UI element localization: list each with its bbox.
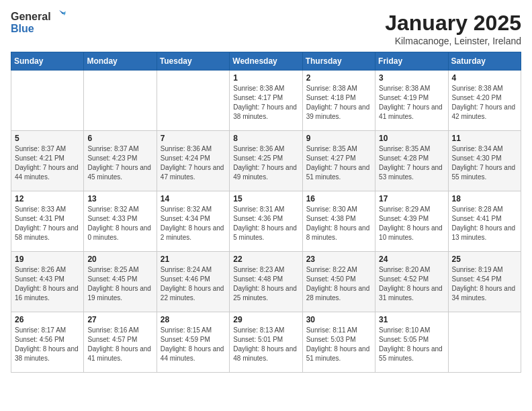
day-number: 11 [452, 134, 517, 143]
sunset: Sunset: 4:20 PM [452, 94, 502, 101]
daylight: Daylight: 8 hours and 5 minutes. [233, 224, 297, 241]
day-cell: 2 Sunrise: 8:38 AM Sunset: 4:18 PM Dayli… [302, 71, 375, 131]
week-row-5: 26 Sunrise: 8:17 AM Sunset: 4:56 PM Dayl… [11, 312, 521, 373]
day-info: Sunrise: 8:34 AM Sunset: 4:30 PM Dayligh… [452, 144, 517, 182]
sunrise: Sunrise: 8:26 AM [15, 266, 66, 273]
day-info: Sunrise: 8:38 AM Sunset: 4:17 PM Dayligh… [233, 84, 298, 122]
day-number: 8 [233, 134, 298, 143]
daylight: Daylight: 8 hours and 13 minutes. [452, 224, 516, 241]
day-info: Sunrise: 8:37 AM Sunset: 4:23 PM Dayligh… [87, 144, 152, 182]
sunrise: Sunrise: 8:23 AM [233, 266, 284, 273]
day-cell: 12 Sunrise: 8:33 AM Sunset: 4:31 PM Dayl… [11, 191, 84, 252]
logo-blue: Blue [11, 23, 66, 35]
day-cell: 8 Sunrise: 8:36 AM Sunset: 4:25 PM Dayli… [230, 131, 302, 191]
sunset: Sunset: 4:36 PM [233, 215, 283, 222]
day-number: 17 [379, 194, 444, 203]
day-cell: 29 Sunrise: 8:13 AM Sunset: 5:01 PM Dayl… [230, 312, 302, 373]
day-cell: 23 Sunrise: 8:22 AM Sunset: 4:50 PM Dayl… [302, 252, 375, 312]
sunrise: Sunrise: 8:11 AM [306, 326, 357, 334]
sunset: Sunset: 5:05 PM [379, 336, 429, 343]
sunset: Sunset: 4:24 PM [161, 154, 210, 162]
day-header-tuesday: Tuesday [157, 52, 229, 71]
sunset: Sunset: 4:38 PM [306, 215, 356, 222]
sunrise: Sunrise: 8:15 AM [161, 326, 212, 334]
daylight: Daylight: 7 hours and 41 minutes. [379, 103, 443, 120]
day-number: 4 [452, 73, 517, 83]
daylight: Daylight: 8 hours and 0 minutes. [87, 224, 151, 241]
sunrise: Sunrise: 8:17 AM [15, 326, 66, 334]
daylight: Daylight: 8 hours and 34 minutes. [452, 285, 516, 302]
day-info: Sunrise: 8:35 AM Sunset: 4:27 PM Dayligh… [306, 144, 371, 182]
day-number: 1 [233, 73, 298, 83]
daylight: Daylight: 7 hours and 45 minutes. [87, 164, 151, 181]
day-cell: 1 Sunrise: 8:38 AM Sunset: 4:17 PM Dayli… [230, 71, 302, 131]
svg-marker-1 [62, 11, 66, 15]
sunrise: Sunrise: 8:31 AM [233, 205, 284, 213]
day-number: 27 [87, 315, 152, 324]
day-cell: 31 Sunrise: 8:10 AM Sunset: 5:05 PM Dayl… [375, 312, 448, 373]
day-number: 22 [233, 255, 298, 264]
day-number: 18 [452, 194, 517, 203]
sunrise: Sunrise: 8:38 AM [306, 85, 357, 92]
day-cell: 27 Sunrise: 8:16 AM Sunset: 4:57 PM Dayl… [84, 312, 157, 373]
week-row-2: 5 Sunrise: 8:37 AM Sunset: 4:21 PM Dayli… [11, 131, 521, 191]
sunrise: Sunrise: 8:10 AM [379, 326, 430, 334]
day-info: Sunrise: 8:35 AM Sunset: 4:28 PM Dayligh… [379, 144, 444, 182]
day-cell: 24 Sunrise: 8:20 AM Sunset: 4:52 PM Dayl… [375, 252, 448, 312]
sunset: Sunset: 4:31 PM [15, 215, 64, 222]
day-info: Sunrise: 8:22 AM Sunset: 4:50 PM Dayligh… [306, 265, 371, 303]
day-cell: 26 Sunrise: 8:17 AM Sunset: 4:56 PM Dayl… [11, 312, 84, 373]
daylight: Daylight: 8 hours and 28 minutes. [306, 285, 370, 302]
day-info: Sunrise: 8:36 AM Sunset: 4:25 PM Dayligh… [233, 144, 298, 182]
sunset: Sunset: 4:30 PM [452, 154, 502, 162]
day-number: 10 [379, 134, 444, 143]
sunset: Sunset: 5:03 PM [306, 336, 356, 343]
daylight: Daylight: 7 hours and 49 minutes. [233, 164, 297, 181]
day-number: 31 [379, 315, 444, 324]
day-cell: 6 Sunrise: 8:37 AM Sunset: 4:23 PM Dayli… [84, 131, 157, 191]
day-cell: 5 Sunrise: 8:37 AM Sunset: 4:21 PM Dayli… [11, 131, 84, 191]
day-info: Sunrise: 8:13 AM Sunset: 5:01 PM Dayligh… [233, 326, 298, 363]
sunrise: Sunrise: 8:16 AM [87, 326, 138, 334]
page-header: General Blue January 2025 Kilmacanoge, L… [11, 11, 521, 46]
sunrise: Sunrise: 8:20 AM [379, 266, 430, 273]
daylight: Daylight: 8 hours and 8 minutes. [306, 224, 370, 241]
sunrise: Sunrise: 8:38 AM [233, 85, 284, 92]
week-row-4: 19 Sunrise: 8:26 AM Sunset: 4:43 PM Dayl… [11, 252, 521, 312]
sunset: Sunset: 4:17 PM [233, 94, 283, 101]
day-number: 3 [379, 73, 444, 83]
day-cell: 14 Sunrise: 8:32 AM Sunset: 4:34 PM Dayl… [157, 191, 229, 252]
day-info: Sunrise: 8:32 AM Sunset: 4:33 PM Dayligh… [87, 205, 152, 242]
logo-general: General [11, 11, 51, 23]
day-number: 5 [15, 134, 80, 143]
daylight: Daylight: 7 hours and 42 minutes. [452, 103, 516, 120]
month-title: January 2025 [385, 11, 521, 36]
daylight: Daylight: 7 hours and 51 minutes. [306, 164, 370, 181]
day-info: Sunrise: 8:25 AM Sunset: 4:45 PM Dayligh… [87, 265, 152, 303]
week-row-3: 12 Sunrise: 8:33 AM Sunset: 4:31 PM Dayl… [11, 191, 521, 252]
sunrise: Sunrise: 8:34 AM [452, 145, 503, 152]
sunset: Sunset: 4:39 PM [379, 215, 429, 222]
sunset: Sunset: 4:45 PM [87, 275, 137, 283]
day-number: 30 [306, 315, 371, 324]
sunrise: Sunrise: 8:37 AM [15, 145, 66, 152]
title-area: January 2025 Kilmacanoge, Leinster, Irel… [385, 11, 521, 46]
sunset: Sunset: 4:48 PM [233, 275, 283, 283]
day-header-monday: Monday [84, 52, 157, 71]
location: Kilmacanoge, Leinster, Ireland [385, 36, 521, 46]
daylight: Daylight: 8 hours and 44 minutes. [161, 345, 224, 362]
daylight: Daylight: 7 hours and 53 minutes. [379, 164, 443, 181]
day-info: Sunrise: 8:28 AM Sunset: 4:41 PM Dayligh… [452, 205, 517, 242]
day-cell: 19 Sunrise: 8:26 AM Sunset: 4:43 PM Dayl… [11, 252, 84, 312]
sunrise: Sunrise: 8:35 AM [379, 145, 430, 152]
day-info: Sunrise: 8:24 AM Sunset: 4:46 PM Dayligh… [161, 265, 226, 303]
daylight: Daylight: 7 hours and 44 minutes. [15, 164, 79, 181]
day-cell: 7 Sunrise: 8:36 AM Sunset: 4:24 PM Dayli… [157, 131, 229, 191]
day-cell: 21 Sunrise: 8:24 AM Sunset: 4:46 PM Dayl… [157, 252, 229, 312]
day-header-thursday: Thursday [302, 52, 375, 71]
day-cell: 22 Sunrise: 8:23 AM Sunset: 4:48 PM Dayl… [230, 252, 302, 312]
logo: General Blue [11, 11, 66, 34]
sunrise: Sunrise: 8:32 AM [87, 205, 138, 213]
day-number: 19 [15, 255, 80, 264]
sunrise: Sunrise: 8:36 AM [233, 145, 284, 152]
